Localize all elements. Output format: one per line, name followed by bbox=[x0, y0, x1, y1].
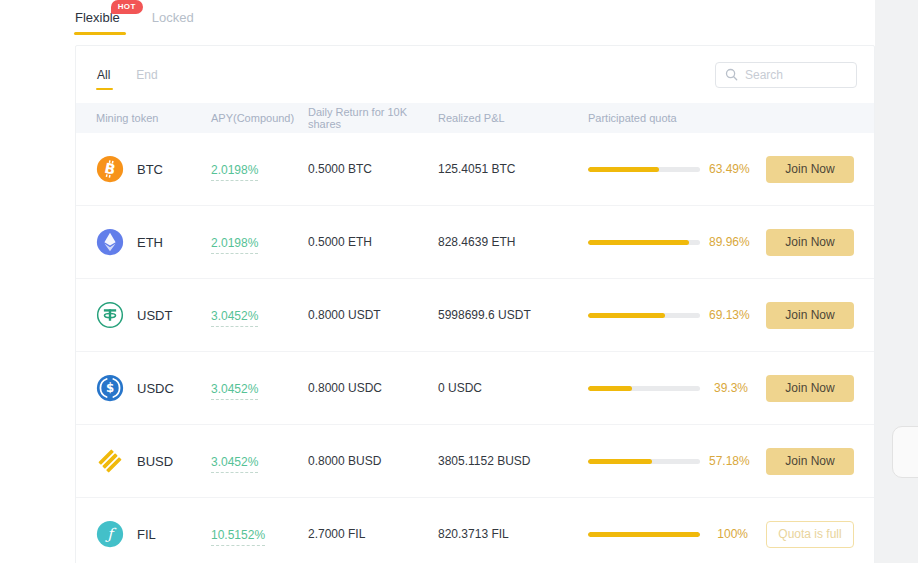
tab-locked[interactable]: Locked bbox=[152, 10, 194, 35]
quota-progress-bar bbox=[588, 167, 700, 172]
realized-pnl-value: 820.3713 FIL bbox=[438, 527, 588, 541]
join-now-button[interactable]: Join Now bbox=[766, 448, 854, 475]
toolbar: All End bbox=[76, 46, 874, 103]
svg-text:$: $ bbox=[106, 381, 114, 395]
product-tabs: Flexible HOT Locked bbox=[75, 10, 194, 35]
token-name: USDC bbox=[137, 381, 174, 396]
quota-progress-bar bbox=[588, 240, 700, 245]
token-name: BUSD bbox=[137, 454, 173, 469]
table-row: USDT 3.0452% 0.8000 USDT 5998699.6 USDT … bbox=[76, 279, 874, 352]
header-realized-pnl: Realized P&L bbox=[438, 112, 588, 124]
apy-value[interactable]: 2.0198% bbox=[211, 236, 258, 254]
token-name: FIL bbox=[137, 527, 156, 542]
header-mining-token: Mining token bbox=[96, 112, 211, 124]
tab-locked-label: Locked bbox=[152, 10, 194, 25]
daily-return-value: 0.8000 BUSD bbox=[308, 454, 438, 468]
quota-progress-fill bbox=[588, 240, 689, 245]
realized-pnl-value: 0 USDC bbox=[438, 381, 588, 395]
header-apy: APY(Compound) bbox=[211, 112, 308, 124]
table-row: ƒ FIL 10.5152% 2.7000 FIL 820.3713 FIL 1… bbox=[76, 498, 874, 563]
table-row: BUSD 3.0452% 0.8000 BUSD 3805.1152 BUSD … bbox=[76, 425, 874, 498]
daily-return-value: 0.5000 ETH bbox=[308, 235, 438, 249]
table-body: B BTC 2.0198% 0.5000 BTC 125.4051 BTC 63… bbox=[76, 133, 874, 563]
daily-return-value: 0.8000 USDC bbox=[308, 381, 438, 395]
realized-pnl-value: 125.4051 BTC bbox=[438, 162, 588, 176]
apy-value[interactable]: 10.5152% bbox=[211, 528, 265, 546]
realized-pnl-value: 5998699.6 USDT bbox=[438, 308, 588, 322]
quota-progress-fill bbox=[588, 532, 700, 537]
search-input[interactable] bbox=[745, 68, 847, 82]
usdc-coin-icon: $ bbox=[96, 374, 124, 402]
header-daily-return: Daily Return for 10K shares bbox=[308, 106, 438, 130]
join-now-button[interactable]: Join Now bbox=[766, 302, 854, 329]
search-icon bbox=[725, 68, 738, 81]
apy-value[interactable]: 3.0452% bbox=[211, 455, 258, 473]
usdt-coin-icon bbox=[96, 301, 124, 329]
status-filters: All End bbox=[96, 62, 159, 88]
quota-percent: 89.96% bbox=[709, 235, 750, 249]
join-now-button[interactable]: Join Now bbox=[766, 156, 854, 183]
quota-progress-fill bbox=[588, 386, 632, 391]
join-now-button[interactable]: Join Now bbox=[766, 375, 854, 402]
quota-progress-fill bbox=[588, 459, 652, 464]
apy-value[interactable]: 2.0198% bbox=[211, 163, 258, 181]
eth-coin-icon bbox=[96, 228, 124, 256]
daily-return-value: 2.7000 FIL bbox=[308, 527, 438, 541]
tab-flexible[interactable]: Flexible HOT bbox=[75, 10, 120, 35]
quota-percent: 100% bbox=[709, 527, 748, 541]
page: Flexible HOT Locked All End Mining token… bbox=[0, 0, 918, 563]
quota-progress-bar bbox=[588, 459, 700, 464]
quota-progress-fill bbox=[588, 167, 659, 172]
quota-percent: 57.18% bbox=[709, 454, 750, 468]
token-name: ETH bbox=[137, 235, 163, 250]
realized-pnl-value: 828.4639 ETH bbox=[438, 235, 588, 249]
quota-progress-fill bbox=[588, 313, 665, 318]
header-participated-quota: Participated quota bbox=[588, 112, 760, 124]
quota-percent: 69.13% bbox=[709, 308, 750, 322]
quota-percent: 39.3% bbox=[709, 381, 748, 395]
daily-return-value: 0.5000 BTC bbox=[308, 162, 438, 176]
token-name: USDT bbox=[137, 308, 172, 323]
busd-coin-icon bbox=[96, 447, 124, 475]
table-row: $ USDC 3.0452% 0.8000 USDC 0 USDC 39.3% … bbox=[76, 352, 874, 425]
btc-coin-icon: B bbox=[96, 155, 124, 183]
daily-return-value: 0.8000 USDT bbox=[308, 308, 438, 322]
apy-value[interactable]: 3.0452% bbox=[211, 309, 258, 327]
page-right-gutter bbox=[875, 0, 918, 563]
table-row: ETH 2.0198% 0.5000 ETH 828.4639 ETH 89.9… bbox=[76, 206, 874, 279]
hot-badge: HOT bbox=[111, 0, 143, 14]
table-row: B BTC 2.0198% 0.5000 BTC 125.4051 BTC 63… bbox=[76, 133, 874, 206]
quota-full-button: Quota is full bbox=[766, 521, 854, 548]
table-header: Mining token APY(Compound) Daily Return … bbox=[76, 103, 874, 133]
quota-progress-bar bbox=[588, 313, 700, 318]
floating-widget[interactable] bbox=[892, 426, 918, 478]
fil-coin-icon: ƒ bbox=[96, 520, 124, 548]
mining-card: All End Mining token APY(Compound) Daily… bbox=[75, 45, 875, 563]
quota-progress-bar bbox=[588, 532, 700, 537]
token-name: BTC bbox=[137, 162, 163, 177]
filter-end[interactable]: End bbox=[135, 62, 158, 88]
apy-value[interactable]: 3.0452% bbox=[211, 382, 258, 400]
realized-pnl-value: 3805.1152 BUSD bbox=[438, 454, 588, 468]
search-box[interactable] bbox=[715, 62, 857, 88]
join-now-button[interactable]: Join Now bbox=[766, 229, 854, 256]
quota-percent: 63.49% bbox=[709, 162, 750, 176]
quota-progress-bar bbox=[588, 386, 700, 391]
filter-all[interactable]: All bbox=[96, 62, 111, 88]
